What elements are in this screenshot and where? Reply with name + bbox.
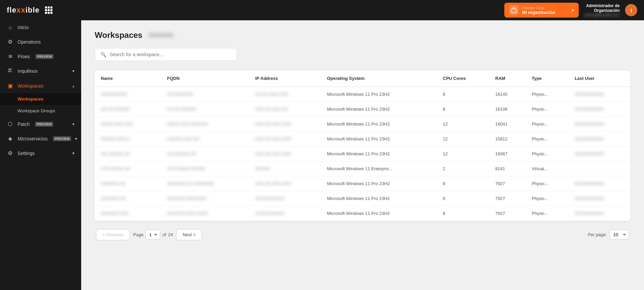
cell-last_user: XXXXXXXXXX [569,132,630,147]
sidebar-item-microservicios[interactable]: ◈ Microservicios PREVIEW ▾ [0,131,81,146]
page-title: Workspaces [95,30,142,40]
sidebar-sub-label-workspace-groups: Workspace Groups [18,108,55,113]
patch-preview-badge: PREVIEW [35,122,53,127]
cell-last_user: XXXXXXXXXX [569,147,630,161]
cell-name: XXXXXXXXX [95,87,161,102]
cell-last_user: XXXXXXXXXX [569,206,630,221]
per-page-select[interactable]: 10 25 50 100 [610,230,629,240]
cell-fqdn: XXXXXX-XXXXXXX [161,191,249,206]
cell-ip: XXX.XX.XXX.XXX [249,176,321,191]
cell-name: XXXXX-XXX-X [95,132,161,147]
table-row[interactable]: XXXX-XXX-XXXXXXX-XXX-XXXXXXXXX.XX.XXX.XX… [95,117,630,132]
cell-ram: 7927 [489,191,526,206]
inquilinos-icon [7,68,14,74]
col-ram: RAM [489,70,526,87]
cell-os: Microsoft Windows 11 Pro 23H2 [321,132,437,147]
cell-ip: XXXXXXXXXX [249,191,321,206]
cell-os: Microsoft Windows 11 Pro 23H2 [321,191,437,206]
cell-ip: XXXXX [249,161,321,176]
app-body: ⌂ Inicio ⚙ Operations ≋ Flows PREVIEW In… [0,20,644,290]
svg-rect-0 [511,9,516,13]
sidebar-item-workspaces[interactable]: ▣ Workspaces ▴ [0,79,81,93]
workspaces-chevron-icon: ▴ [72,84,74,88]
flows-icon: ≋ [7,53,14,60]
sidebar-sub-item-workspace-groups[interactable]: Workspace Groups [0,105,81,117]
org-subtitle: Flexible Corp [522,6,568,10]
of-label: of [162,232,166,237]
cell-cpu: 8 [437,102,489,117]
col-type: Type [526,70,569,87]
microservicios-chevron-icon: ▾ [75,136,77,141]
cell-fqdn: XXXXX-XXX-XX [161,132,249,147]
settings-chevron-icon: ▾ [72,151,74,156]
sidebar-item-patch[interactable]: ⬡ Patch PREVIEW ▾ [0,117,81,131]
cell-type: Physic... [526,206,569,221]
col-cpu: CPU Cores [437,70,489,87]
page-label: Page [133,232,143,237]
org-chevron-icon: ▾ [572,7,574,13]
cell-ram: 7927 [489,206,526,221]
org-selector[interactable]: Flexible Corp Mi organización ▾ [504,3,579,18]
page-info: Page 1 of 24 [133,230,173,240]
table-row[interactable]: XXXXX-XXX-XXXXXX-XXX-XXXXX.XX.XXX.XXXMic… [95,132,630,147]
table-row[interactable]: XX.XX-XXXXXXX.XX-XXXXXXXX.XX.XXX.XXMicro… [95,102,630,117]
workspaces-table: Name FQDN IP Address Operating System CP… [95,70,630,221]
topbar: flexxible Flexible Corp Mi organización … [0,0,644,20]
user-info: Administrador de Organización admin@flex… [584,3,620,17]
table-row[interactable]: XX-XXXXX-XXXX-XXXXX-XXXXX.XX.XXX.XXXMicr… [95,147,630,161]
patch-chevron-icon: ▾ [72,122,74,127]
cell-cpu: 8 [437,206,489,221]
sidebar-item-flows[interactable]: ≋ Flows PREVIEW [0,49,81,64]
search-bar[interactable]: 🔍 [95,48,237,61]
cell-last_user: XXXXXXXXXX [569,191,630,206]
user-avatar[interactable]: I [625,4,637,16]
sidebar-item-operations[interactable]: ⚙ Operations [0,35,81,49]
cell-fqdn: XXXXXX-XX-XXXXXXX [161,176,249,191]
table-row[interactable]: XXXXXXXXXXXXXXXXXXXX.XX.XXX.XXXMicrosoft… [95,87,630,102]
user-role2: Organización [594,8,620,13]
previous-button[interactable]: < Previous [96,229,130,240]
table-row[interactable]: XXXXXX-XX.XXXXXX-XX-XXXXXXXXXX.XX.XXX.XX… [95,176,630,191]
table-row[interactable]: XXXXXX-XXXXXXXXX-XXX-XXXXXXXXXXXXXXMicro… [95,206,630,221]
search-input[interactable] [110,52,231,57]
col-last-user: Last User [569,70,630,87]
cell-cpu: 12 [437,117,489,132]
cell-ip: XXX.XX.XXX.XX [249,102,321,117]
cell-type: Physic... [526,191,569,206]
cell-os: Microsoft Windows 11 Pro 23H2 [321,117,437,132]
cell-type: Physic... [526,176,569,191]
cell-ram: 16041 [489,117,526,132]
grid-menu-icon[interactable] [45,6,52,14]
logo[interactable]: flexxible [7,6,40,15]
cell-type: Physic... [526,87,569,102]
sidebar-label-settings: Settings [18,151,35,156]
cell-name: XXXX-XXX-XXX [95,117,161,132]
cell-os: Microsoft Windows 11 Pro 23H2 [321,87,437,102]
cell-cpu: 2 [437,161,489,176]
svg-point-2 [10,69,12,70]
cell-cpu: 12 [437,132,489,147]
cell-type: Physic... [526,102,569,117]
cell-os: Microsoft Windows 11 Pro 23H2 [321,147,437,161]
cell-fqdn: XXXX-XXX-XXXXXX [161,117,249,132]
per-page-section: Per page: 10 25 50 100 [588,230,629,240]
sidebar-item-inicio[interactable]: ⌂ Inicio [0,20,81,35]
table-row[interactable]: CTX-XXXX-XX.CTX-XXXX-XXXXXXXXXXMicrosoft… [95,161,630,176]
cell-os: Microsoft Windows 11 Pro 23H2 [321,102,437,117]
cell-name: CTX-XXXX-XX. [95,161,161,176]
settings-icon: ⚙ [7,150,14,156]
cell-last_user: XXXXXXXXXX [569,102,630,117]
page-id-badge: XXXXXXXXX [147,32,175,38]
topbar-left: flexxible [7,6,52,15]
next-button[interactable]: Next > [176,229,202,240]
cell-cpu: 8 [437,87,489,102]
sidebar-sub-item-workspaces-list[interactable]: Workspaces [0,93,81,105]
sidebar-item-inquilinos[interactable]: Inquilinos ▾ [0,64,81,79]
sidebar-label-workspaces: Workspaces [18,83,44,89]
sidebar-item-settings[interactable]: ⚙ Settings ▾ [0,146,81,160]
cell-name: XXXXXX-XX. [95,191,161,206]
page-select[interactable]: 1 [145,230,160,240]
table-row[interactable]: XXXXXX-XX.XXXXXX-XXXXXXXXXXXXXXXXXMicros… [95,191,630,206]
cell-name: XXXXXX-XXX [95,206,161,221]
cell-name: XXXXXX-XX. [95,176,161,191]
